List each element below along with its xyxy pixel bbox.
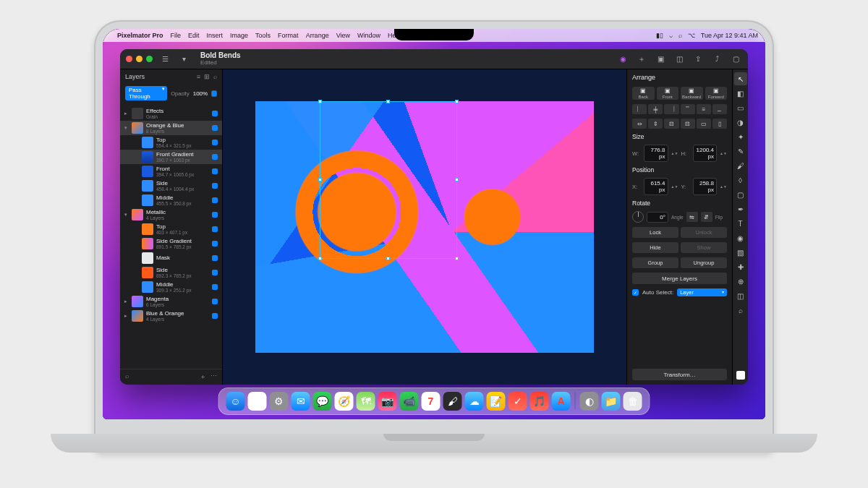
dock-app-icon[interactable]: 🧭 bbox=[335, 392, 354, 411]
handle-bot-mid[interactable] bbox=[386, 257, 390, 260]
export-icon[interactable]: ⇪ bbox=[692, 53, 705, 66]
send-to-back-button[interactable]: ▣Back bbox=[632, 87, 655, 100]
layer-item[interactable]: Side892.3 × 785.2 px bbox=[120, 265, 222, 280]
layer-item[interactable]: Front394.7 × 1065.6 px bbox=[120, 164, 222, 179]
dock-app-icon[interactable]: ▦ bbox=[248, 392, 267, 411]
bring-forward-button[interactable]: ▣Forward bbox=[705, 87, 728, 100]
layer-item[interactable]: Top403 × 407.1 px bbox=[120, 222, 222, 236]
handle-mid-left[interactable] bbox=[318, 178, 322, 181]
clone-tool-icon[interactable]: ⊕ bbox=[734, 275, 747, 288]
layer-visibility-toggle[interactable] bbox=[212, 125, 218, 131]
y-stepper[interactable]: ▲▼ bbox=[720, 184, 727, 189]
selection-bounds[interactable] bbox=[320, 101, 457, 259]
dock-app-icon[interactable]: 💬 bbox=[313, 392, 332, 411]
align-vcenter-button[interactable]: ≡ bbox=[697, 104, 711, 114]
lock-button[interactable]: Lock bbox=[632, 227, 678, 238]
layer-visibility-toggle[interactable] bbox=[212, 183, 218, 189]
handle-bot-left[interactable] bbox=[318, 257, 322, 260]
type-tool-icon[interactable]: T bbox=[734, 217, 747, 230]
height-input[interactable]: 1200.4 px bbox=[693, 145, 718, 162]
blend-mode-select[interactable]: Pass Through bbox=[125, 86, 167, 100]
style-tool-icon[interactable]: ◧ bbox=[734, 87, 747, 100]
transform-button[interactable]: Transform… bbox=[632, 369, 727, 380]
dock-app-icon[interactable]: ✉ bbox=[292, 392, 310, 411]
rotate-dial[interactable] bbox=[632, 211, 644, 223]
dock-app-icon[interactable]: 📁 bbox=[602, 392, 621, 411]
selection-tool-icon[interactable]: ▭ bbox=[734, 101, 747, 114]
distribute-h-button[interactable]: ⇔ bbox=[632, 119, 647, 129]
minimize-window-icon[interactable] bbox=[136, 56, 142, 62]
layer-item[interactable]: ▾Orange & Blue8 Layers bbox=[120, 121, 222, 135]
distribute-spacing-v-button[interactable]: ⊟ bbox=[681, 119, 695, 129]
arrange-tool-icon[interactable]: ↖ bbox=[734, 72, 747, 85]
handle-top-mid[interactable] bbox=[386, 100, 390, 103]
repair-tool-icon[interactable]: ✚ bbox=[734, 260, 747, 273]
ungroup-button[interactable]: Ungroup bbox=[681, 257, 727, 268]
handle-top-right[interactable] bbox=[455, 100, 459, 103]
zoom-window-icon[interactable] bbox=[146, 56, 153, 62]
dock-app-icon[interactable]: ✓ bbox=[509, 392, 527, 411]
x-input[interactable]: 615.4 px bbox=[644, 178, 668, 195]
layer-visibility-toggle[interactable] bbox=[212, 197, 218, 203]
dock-app-icon[interactable]: 📝 bbox=[487, 392, 506, 411]
disclosure-icon[interactable]: ▾ bbox=[123, 212, 129, 218]
dock-app-icon[interactable]: 🗺 bbox=[357, 392, 375, 411]
layer-visibility-toggle[interactable] bbox=[212, 154, 218, 160]
pen-tool-icon[interactable]: ✒ bbox=[734, 202, 747, 215]
y-input[interactable]: 258.8 px bbox=[693, 178, 718, 195]
auto-select-dropdown[interactable]: Layer bbox=[677, 288, 727, 296]
canvas[interactable] bbox=[223, 69, 626, 385]
menu-tools[interactable]: Tools bbox=[255, 32, 271, 39]
layer-item[interactable]: Middle309.3 × 251.2 px bbox=[120, 280, 222, 294]
angle-input[interactable]: 0° bbox=[647, 212, 668, 223]
paint-tool-icon[interactable]: 🖌 bbox=[734, 159, 747, 172]
unlock-button[interactable]: Unlock bbox=[681, 227, 727, 238]
handle-bot-right[interactable] bbox=[455, 257, 459, 260]
layer-visibility-toggle[interactable] bbox=[212, 299, 218, 304]
crop-icon[interactable]: ◫ bbox=[673, 53, 686, 66]
align-bottom-button[interactable]: ⎽ bbox=[712, 104, 727, 114]
handle-mid-right[interactable] bbox=[455, 178, 459, 181]
menu-arrange[interactable]: Arrange bbox=[306, 32, 329, 39]
disclosure-icon[interactable]: ▾ bbox=[123, 125, 129, 131]
layer-item[interactable]: ▸EffectsGrain bbox=[120, 106, 222, 121]
flip-horizontal-button[interactable]: ⇋ bbox=[686, 212, 698, 222]
send-backward-button[interactable]: ▣Backward bbox=[681, 87, 703, 100]
layer-visibility-toggle[interactable] bbox=[212, 111, 218, 116]
layer-item[interactable]: Top554.4 × 321.5 px bbox=[120, 135, 222, 150]
align-right-button[interactable]: ⎹ bbox=[664, 104, 678, 114]
align-extra2-button[interactable]: ▯ bbox=[712, 119, 727, 129]
x-stepper[interactable]: ▲▼ bbox=[671, 184, 678, 189]
layer-options-icon[interactable]: ⋯ bbox=[210, 372, 217, 382]
crop-tool-icon[interactable]: ◫ bbox=[734, 289, 747, 302]
add-icon[interactable]: ＋ bbox=[635, 53, 648, 66]
close-window-icon[interactable] bbox=[126, 56, 132, 62]
battery-icon[interactable]: ▮▯ bbox=[656, 32, 663, 39]
dock-app-icon[interactable]: 🗑 bbox=[624, 392, 642, 411]
add-layer-icon[interactable]: ＋ bbox=[200, 372, 206, 382]
distribute-spacing-h-button[interactable]: ⊟ bbox=[664, 119, 678, 129]
zoom-tool-icon[interactable]: ⌕ bbox=[734, 304, 747, 317]
width-stepper[interactable]: ▲▼ bbox=[671, 151, 678, 155]
layer-item[interactable]: Middle455.5 × 350.8 px bbox=[120, 193, 222, 207]
flip-vertical-button[interactable]: ⇵ bbox=[701, 212, 712, 222]
dock-app-icon[interactable]: ☺ bbox=[226, 392, 245, 411]
layer-item[interactable]: ▸Blue & Orange4 Layers bbox=[120, 309, 222, 323]
dock-app-icon[interactable]: 🎵 bbox=[530, 392, 549, 411]
auto-select-checkbox[interactable]: ✓ bbox=[632, 289, 639, 296]
zoom-menu-icon[interactable]: ▾ bbox=[177, 53, 190, 66]
opacity-toggle[interactable] bbox=[211, 90, 217, 97]
retouch-tool-icon[interactable]: ✎ bbox=[734, 145, 747, 158]
dock-app-icon[interactable]: 7 bbox=[422, 392, 441, 411]
layer-item[interactable]: Side Gradient891.5 × 785.2 px bbox=[120, 236, 222, 251]
width-input[interactable]: 776.8 px bbox=[644, 145, 668, 162]
color-picker-icon[interactable]: ◉ bbox=[616, 53, 629, 66]
dock-app-icon[interactable]: 🖌 bbox=[443, 392, 462, 411]
align-hcenter-button[interactable]: ╪ bbox=[648, 104, 663, 114]
erase-tool-icon[interactable]: ◊ bbox=[734, 174, 747, 187]
color-fill-tool-icon[interactable]: ◉ bbox=[734, 231, 747, 244]
layer-item[interactable]: ▾Metallic4 Layers bbox=[120, 207, 222, 222]
menu-insert[interactable]: Insert bbox=[207, 32, 224, 39]
layer-visibility-toggle[interactable] bbox=[212, 226, 218, 232]
layer-item[interactable]: ▸Magenta6 Layers bbox=[120, 294, 222, 309]
